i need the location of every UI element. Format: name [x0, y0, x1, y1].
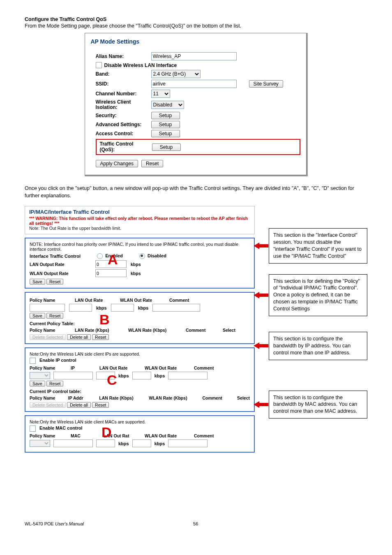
b-wlan-kbps: kbps	[138, 305, 149, 310]
band-select[interactable]: 2.4 GHz (B+G)	[151, 70, 201, 78]
c-enable-label: Enable IP control	[39, 358, 76, 363]
c-reset2-button[interactable]: Reset	[92, 402, 109, 408]
c-reset-button[interactable]: Reset	[46, 381, 63, 386]
a-reset-button[interactable]: Reset	[46, 279, 63, 284]
c-wlan-input[interactable]	[132, 372, 151, 379]
c2-h-wlan: WLAN Rate (Kbps)	[149, 395, 190, 400]
tc-note1: Note: The Out Rate is the upper bandwidt…	[25, 226, 254, 234]
a-enabled-radio[interactable]	[97, 253, 103, 259]
c-delete-all-button[interactable]: Delete all	[67, 402, 91, 408]
b-wlan-input[interactable]	[111, 304, 134, 312]
b-h-lan: LAN Out Rate	[75, 298, 108, 303]
c-comment-input[interactable]	[168, 372, 208, 379]
access-control-label: Access Control:	[96, 131, 151, 136]
security-setup-button[interactable]: Setup	[151, 112, 180, 119]
a-disabled-radio[interactable]	[139, 253, 145, 259]
svg-marker-0	[254, 243, 268, 249]
letter-d: D	[101, 425, 112, 439]
svg-marker-3	[254, 401, 268, 408]
callout-b: This section is for defining the "Policy…	[269, 274, 367, 316]
d-wlan-input[interactable]	[132, 439, 151, 447]
ssid-input[interactable]	[151, 80, 237, 88]
b-h-wlan: WLAN Out Rate	[120, 298, 157, 303]
b-lan-input[interactable]	[69, 304, 92, 312]
b-delete-all-button[interactable]: Delete all	[67, 334, 91, 340]
d-h-mac: MAC	[71, 433, 91, 438]
c-h-wlan: WLAN Out Rate	[145, 365, 182, 370]
apply-changes-button[interactable]: Apply Changes	[96, 160, 138, 167]
access-control-setup-button[interactable]: Setup	[151, 130, 180, 137]
reset-button[interactable]: Reset	[141, 160, 163, 167]
letter-c: C	[107, 373, 117, 387]
section-a: NOTE: Interface control has priority ove…	[25, 238, 255, 289]
wci-select[interactable]: Disabled	[151, 101, 184, 109]
b-h-policy: Policy Name	[30, 298, 62, 303]
traffic-control-setup-button[interactable]: Setup	[152, 143, 181, 151]
c2-h-comment: Comment	[202, 395, 225, 400]
band-label: Band:	[96, 71, 151, 77]
b-policy-input[interactable]	[30, 304, 65, 312]
d-h-comment: Comment	[194, 433, 214, 438]
b2-h-select: Select	[223, 328, 235, 333]
c-current-table: Current IP control table:	[30, 389, 250, 394]
d-policy-select[interactable]	[30, 440, 50, 447]
d-wlan-kbps: kbps	[154, 441, 165, 446]
d-h-wlan: WLAN Out Rate	[145, 433, 182, 438]
alias-input[interactable]	[151, 52, 237, 60]
c-h-ip: IP	[71, 365, 87, 370]
a-wlan-label: WLAN Output Rate	[30, 271, 91, 276]
a-itc-label: Interface Traffic Control	[30, 254, 81, 259]
b-lan-kbps: kbps	[96, 305, 107, 310]
b2-h-wlan: WLAN Rate (Kbps)	[128, 328, 173, 333]
d-comment-input[interactable]	[168, 439, 208, 447]
c2-h-ip: IP Addr	[68, 395, 87, 400]
c2-h-lan: LAN Rate (Kbps)	[99, 395, 136, 400]
a-note: NOTE: Interface control has priority ove…	[30, 242, 250, 252]
b-h-comment: Comment	[169, 298, 189, 303]
c-h-policy: Policy Name	[30, 365, 58, 370]
a-wlan-input[interactable]	[95, 269, 127, 277]
d-enable-checkbox[interactable]	[30, 426, 36, 432]
arrow-icon	[254, 342, 268, 350]
d-lan-kbps: kbps	[118, 441, 129, 446]
channel-select[interactable]: 11	[151, 90, 170, 98]
b2-h-comment: Comment	[186, 328, 210, 333]
tc-title: IP/MAC/Interface Traffic Control	[25, 206, 254, 216]
tc-warning: *** WARNING: This function will take eff…	[25, 216, 254, 226]
c2-h-select: Select	[237, 395, 250, 400]
b-reset-button[interactable]: Reset	[46, 313, 63, 319]
security-label: Security:	[96, 113, 151, 118]
c2-h-policy: Policy Name	[30, 395, 56, 400]
callout-c: This section is to configure the bandwid…	[269, 332, 367, 360]
c-enable-checkbox[interactable]	[30, 358, 36, 364]
c-save-button[interactable]: Save	[30, 381, 45, 386]
desc2-text: Once you click on the "setup" button, a …	[25, 185, 367, 199]
d-mac-input[interactable]	[53, 439, 93, 447]
advanced-setup-button[interactable]: Setup	[151, 121, 180, 128]
callout-d: This section is to configure the bandwid…	[269, 391, 367, 419]
b-reset2-button[interactable]: Reset	[92, 334, 109, 340]
advanced-label: Advanced Settings:	[96, 122, 151, 127]
a-wlan-kbps: kbps	[131, 271, 141, 276]
d-lan-input[interactable]	[96, 439, 115, 447]
alias-label: Alias Name:	[96, 53, 151, 59]
c-ip-input[interactable]	[53, 372, 93, 379]
a-save-button[interactable]: Save	[30, 279, 45, 284]
callout-a: This section is the "Interface Control" …	[269, 228, 367, 264]
section-d: Note:Only the Wireless LAN side client M…	[25, 415, 255, 453]
arrow-icon	[254, 400, 268, 409]
b-comment-input[interactable]	[152, 304, 200, 312]
c-h-lan: LAN Out Rate	[99, 365, 132, 370]
ap-mode-settings-panel: AP Mode Settings Alias Name: Disable Wir…	[85, 33, 308, 176]
c-policy-select[interactable]	[30, 372, 50, 379]
section-heading: Configure the Traffic Control QoS	[25, 16, 367, 22]
arrow-icon	[254, 291, 268, 299]
channel-label: Channel Number:	[96, 91, 151, 97]
site-survey-button[interactable]: Site Survey	[249, 80, 283, 88]
c-wlan-kbps: kbps	[154, 373, 165, 378]
disable-wlan-checkbox[interactable]	[96, 62, 102, 68]
traffic-control-label: Traffic Control(QoS):	[100, 141, 152, 152]
d-enable-label: Enable MAC control	[39, 426, 83, 431]
b-save-button[interactable]: Save	[30, 313, 45, 319]
section-b: Policy Name LAN Out Rate WLAN Out Rate C…	[25, 292, 255, 344]
